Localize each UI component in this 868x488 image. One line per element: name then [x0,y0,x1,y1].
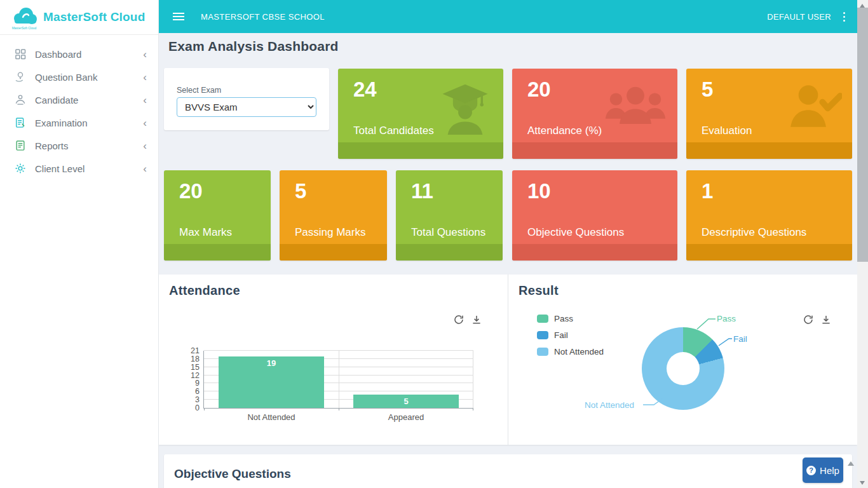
bar-not-attended[interactable]: 19 [219,356,323,408]
result-donut-chart [642,327,724,410]
charts-panel: Attendance 03691215182119Not Attended5Ap… [159,274,857,445]
inner-scroll-up-arrow[interactable] [848,461,854,466]
legend-label: Pass [554,314,573,323]
card-strip [512,142,677,159]
select-exam-label: Select Exam [177,86,221,95]
legend-item-fail[interactable]: Fail [537,330,604,340]
donut-label-not-attended: Not Attended [585,400,634,410]
stat-card-passing-marks: 5 Passing Marks [280,170,387,261]
mastersoft-cloud-logo-icon: MasterSoft Cloud [10,4,38,30]
topbar: MASTERSOFT CBSE SCHOOL DEFAULT USER [159,0,857,33]
legend-label: Not Attended [554,347,604,356]
stat-card-objective-questions: 10 Objective Questions [512,170,677,261]
x-axis-label: Not Attended [204,412,339,422]
chevron-left-icon: ‹ [143,49,147,60]
y-axis-tick: 3 [195,395,200,404]
card-strip [396,244,503,261]
sidebar-item-label: Examination [35,118,88,128]
y-axis-tick: 0 [195,403,200,412]
attendance-chart-panel: Attendance 03691215182119Not Attended5Ap… [159,274,508,445]
question-circle-icon: ? [806,466,816,475]
legend-item-pass[interactable]: Pass [537,314,604,323]
stat-card-total-questions: 11 Total Questions [396,170,503,261]
graduate-icon [437,83,493,137]
stat-label: Attendance (%) [527,125,602,137]
stat-value: 24 [353,78,377,102]
sidebar-item-candidate[interactable]: Candidate ‹ [0,88,158,111]
user-menu[interactable]: DEFAULT USER [767,12,831,22]
sidebar-item-examination[interactable]: Examination ‹ [0,111,158,134]
chevron-left-icon: ‹ [143,118,147,128]
kebab-menu-icon[interactable] [841,10,847,24]
bar-value-label: 19 [219,358,323,368]
examination-icon [14,116,27,129]
stat-value: 20 [527,78,551,102]
scroll-down-arrow[interactable] [860,481,865,485]
stat-card-total-candidates: 24 Total Candidates [338,69,503,159]
y-axis-tick: 9 [195,379,200,388]
result-legend: PassFailNot Attended [537,314,604,363]
donut-label-fail: Fail [733,334,747,344]
sidebar-item-reports[interactable]: Reports ‹ [0,134,158,157]
hamburger-menu-icon[interactable] [173,11,184,22]
stat-value: 1 [702,179,713,203]
card-strip [164,244,271,261]
sidebar-item-dashboard[interactable]: Dashboard ‹ [0,43,158,65]
stat-label: Passing Marks [295,226,365,239]
result-chart-panel: Result PassFailNot Attended [508,274,857,445]
download-icon[interactable] [820,314,832,325]
stat-label: Objective Questions [527,226,624,239]
bar-appeared[interactable]: 5 [353,395,458,408]
scrollbar-thumb[interactable] [857,8,868,262]
vertical-scrollbar[interactable] [857,0,868,488]
legend-swatch [537,315,548,323]
help-button[interactable]: ? Help [803,458,843,483]
person-check-icon [783,83,842,135]
attendance-bar-chart: 03691215182119Not Attended5Appeared [203,351,473,409]
sidebar-item-question-bank[interactable]: Question Bank ‹ [0,65,158,88]
stat-card-max-marks: 20 Max Marks [164,170,271,261]
sidebar-item-label: Dashboard [35,49,81,60]
stat-value: 10 [527,179,551,203]
sidebar-item-client-level[interactable]: Client Level ‹ [0,157,158,180]
stat-label: Descriptive Questions [702,226,806,239]
candidate-icon [14,93,27,106]
stat-value: 11 [411,179,433,203]
refresh-icon[interactable] [453,314,465,325]
y-axis-tick: 18 [191,355,200,363]
refresh-icon[interactable] [803,314,814,325]
stat-value: 20 [179,179,203,203]
exam-select[interactable]: BVVS Exam [177,97,316,117]
legend-item-not-attended[interactable]: Not Attended [537,347,604,356]
users-group-icon [604,83,667,136]
question-bank-icon [14,71,27,83]
stat-value: 5 [295,179,306,203]
attendance-chart-title: Attendance [169,283,240,298]
sidebar: MasterSoft Cloud MasterSoft Cloud Dashbo… [0,0,159,488]
dashboard-icon [14,48,27,60]
card-strip [686,244,852,261]
download-icon[interactable] [471,314,482,325]
reports-icon [14,139,27,152]
sidebar-item-label: Question Bank [35,72,97,83]
card-strip [512,244,677,261]
logo-caption: MasterSoft Cloud [10,26,38,30]
y-axis-tick: 15 [191,363,200,372]
sidebar-item-label: Candidate [35,95,78,105]
logo-area[interactable]: MasterSoft Cloud MasterSoft Cloud [0,0,158,35]
legend-label: Fail [554,330,568,340]
objective-questions-panel: Objective Questions [164,454,852,488]
stat-value: 5 [702,78,713,102]
legend-swatch [537,331,548,339]
y-axis-tick: 12 [191,371,200,380]
chevron-left-icon: ‹ [143,163,147,174]
sidebar-item-label: Client Level [35,163,85,174]
objective-questions-title: Objective Questions [174,467,291,481]
stat-label: Total Questions [411,226,485,239]
stat-label: Total Candidates [353,125,434,137]
sidebar-item-label: Reports [35,140,69,151]
result-chart-title: Result [519,283,559,298]
app-window: MasterSoft Cloud MasterSoft Cloud Dashbo… [0,0,868,488]
legend-swatch [537,348,548,356]
card-strip [280,244,387,261]
